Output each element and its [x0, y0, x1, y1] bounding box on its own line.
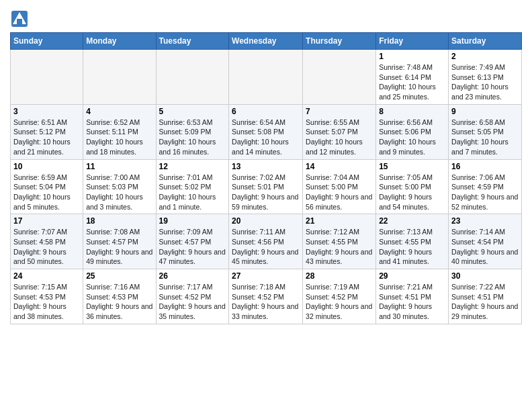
day-number: 16: [451, 162, 519, 171]
calendar-cell: 8Sunrise: 6:56 AM Sunset: 5:06 PM Daylig…: [376, 104, 449, 159]
calendar-cell: 16Sunrise: 7:06 AM Sunset: 4:59 PM Dayli…: [449, 159, 522, 214]
calendar-cell: 13Sunrise: 7:02 AM Sunset: 5:01 PM Dayli…: [229, 159, 303, 214]
calendar-cell: 5Sunrise: 6:53 AM Sunset: 5:09 PM Daylig…: [156, 104, 229, 159]
day-number: 5: [159, 107, 226, 116]
calendar-cell: 25Sunrise: 7:16 AM Sunset: 4:53 PM Dayli…: [83, 269, 156, 324]
calendar-week-row: 1Sunrise: 7:48 AM Sunset: 6:14 PM Daylig…: [11, 50, 522, 105]
day-info: Sunrise: 6:51 AM Sunset: 5:12 PM Dayligh…: [13, 118, 80, 157]
day-number: 9: [451, 107, 519, 116]
calendar-cell: 18Sunrise: 7:08 AM Sunset: 4:57 PM Dayli…: [83, 214, 156, 269]
logo-icon: [10, 9, 29, 28]
day-info: Sunrise: 7:22 AM Sunset: 4:51 PM Dayligh…: [451, 282, 519, 322]
calendar-cell: 21Sunrise: 7:12 AM Sunset: 4:55 PM Dayli…: [303, 214, 376, 269]
day-number: 27: [232, 271, 300, 281]
day-number: 4: [86, 107, 152, 116]
calendar-cell: 11Sunrise: 7:00 AM Sunset: 5:03 PM Dayli…: [83, 159, 156, 214]
calendar-cell: 28Sunrise: 7:19 AM Sunset: 4:52 PM Dayli…: [303, 269, 376, 324]
calendar-week-row: 3Sunrise: 6:51 AM Sunset: 5:12 PM Daylig…: [11, 104, 522, 159]
day-header-saturday: Saturday: [449, 33, 522, 50]
day-number: 2: [451, 52, 519, 61]
calendar-week-row: 24Sunrise: 7:15 AM Sunset: 4:53 PM Dayli…: [11, 269, 522, 324]
calendar-cell: 15Sunrise: 7:05 AM Sunset: 5:00 PM Dayli…: [376, 159, 449, 214]
day-number: 14: [306, 162, 373, 171]
day-number: 10: [13, 162, 80, 171]
calendar-cell: 22Sunrise: 7:13 AM Sunset: 4:55 PM Dayli…: [376, 214, 449, 269]
day-info: Sunrise: 6:54 AM Sunset: 5:08 PM Dayligh…: [232, 118, 300, 157]
calendar-cell: 29Sunrise: 7:21 AM Sunset: 4:51 PM Dayli…: [376, 269, 449, 324]
day-number: 6: [232, 107, 300, 116]
page-header: [10, 7, 522, 28]
day-info: Sunrise: 7:07 AM Sunset: 4:58 PM Dayligh…: [13, 227, 80, 267]
day-number: 11: [86, 162, 152, 171]
logo: [10, 9, 32, 28]
day-number: 8: [379, 107, 445, 116]
day-info: Sunrise: 7:48 AM Sunset: 6:14 PM Dayligh…: [379, 62, 445, 102]
calendar-cell: 20Sunrise: 7:11 AM Sunset: 4:56 PM Dayli…: [229, 214, 303, 269]
day-header-friday: Friday: [376, 33, 449, 50]
calendar-cell: 23Sunrise: 7:14 AM Sunset: 4:54 PM Dayli…: [449, 214, 522, 269]
day-info: Sunrise: 7:05 AM Sunset: 5:00 PM Dayligh…: [379, 173, 445, 212]
calendar-cell: [229, 50, 303, 105]
calendar-cell: 7Sunrise: 6:55 AM Sunset: 5:07 PM Daylig…: [303, 104, 376, 159]
day-number: 29: [379, 271, 445, 281]
calendar-cell: 14Sunrise: 7:04 AM Sunset: 5:00 PM Dayli…: [303, 159, 376, 214]
day-number: 19: [159, 216, 226, 226]
calendar-cell: 9Sunrise: 6:58 AM Sunset: 5:05 PM Daylig…: [449, 104, 522, 159]
day-info: Sunrise: 7:09 AM Sunset: 4:57 PM Dayligh…: [159, 227, 226, 267]
calendar-cell: [303, 50, 376, 105]
day-header-wednesday: Wednesday: [229, 33, 303, 50]
day-info: Sunrise: 6:59 AM Sunset: 5:04 PM Dayligh…: [13, 173, 80, 212]
day-number: 20: [232, 216, 300, 226]
day-number: 23: [451, 216, 519, 226]
day-info: Sunrise: 7:01 AM Sunset: 5:02 PM Dayligh…: [159, 173, 226, 212]
day-number: 26: [159, 271, 226, 281]
day-info: Sunrise: 6:58 AM Sunset: 5:05 PM Dayligh…: [451, 118, 519, 157]
day-info: Sunrise: 7:18 AM Sunset: 4:52 PM Dayligh…: [232, 282, 300, 322]
day-info: Sunrise: 7:12 AM Sunset: 4:55 PM Dayligh…: [306, 227, 373, 267]
day-number: 12: [159, 162, 226, 171]
svg-rect-2: [17, 19, 22, 24]
day-info: Sunrise: 7:13 AM Sunset: 4:55 PM Dayligh…: [379, 227, 445, 267]
day-number: 15: [379, 162, 445, 171]
day-number: 1: [379, 52, 445, 61]
calendar-cell: 26Sunrise: 7:17 AM Sunset: 4:52 PM Dayli…: [156, 269, 229, 324]
day-number: 17: [13, 216, 80, 226]
day-info: Sunrise: 6:56 AM Sunset: 5:06 PM Dayligh…: [379, 118, 445, 157]
calendar-cell: 6Sunrise: 6:54 AM Sunset: 5:08 PM Daylig…: [229, 104, 303, 159]
day-number: 25: [86, 271, 152, 281]
day-number: 18: [86, 216, 152, 226]
day-number: 21: [306, 216, 373, 226]
calendar-cell: [83, 50, 156, 105]
day-info: Sunrise: 6:55 AM Sunset: 5:07 PM Dayligh…: [306, 118, 373, 157]
calendar-cell: 12Sunrise: 7:01 AM Sunset: 5:02 PM Dayli…: [156, 159, 229, 214]
calendar-cell: 24Sunrise: 7:15 AM Sunset: 4:53 PM Dayli…: [11, 269, 83, 324]
day-number: 7: [306, 107, 373, 116]
day-header-thursday: Thursday: [303, 33, 376, 50]
calendar-table: SundayMondayTuesdayWednesdayThursdayFrid…: [10, 32, 522, 324]
day-info: Sunrise: 7:06 AM Sunset: 4:59 PM Dayligh…: [451, 173, 519, 212]
day-info: Sunrise: 6:53 AM Sunset: 5:09 PM Dayligh…: [159, 118, 226, 157]
calendar-cell: 27Sunrise: 7:18 AM Sunset: 4:52 PM Dayli…: [229, 269, 303, 324]
calendar-cell: 30Sunrise: 7:22 AM Sunset: 4:51 PM Dayli…: [449, 269, 522, 324]
day-info: Sunrise: 7:00 AM Sunset: 5:03 PM Dayligh…: [86, 173, 152, 212]
calendar-cell: 4Sunrise: 6:52 AM Sunset: 5:11 PM Daylig…: [83, 104, 156, 159]
calendar-cell: 1Sunrise: 7:48 AM Sunset: 6:14 PM Daylig…: [376, 50, 449, 105]
day-info: Sunrise: 7:02 AM Sunset: 5:01 PM Dayligh…: [232, 173, 300, 212]
day-info: Sunrise: 7:14 AM Sunset: 4:54 PM Dayligh…: [451, 227, 519, 267]
calendar-cell: 19Sunrise: 7:09 AM Sunset: 4:57 PM Dayli…: [156, 214, 229, 269]
day-number: 3: [13, 107, 80, 116]
day-info: Sunrise: 7:49 AM Sunset: 6:13 PM Dayligh…: [451, 62, 519, 102]
calendar-cell: [156, 50, 229, 105]
day-header-tuesday: Tuesday: [156, 33, 229, 50]
day-info: Sunrise: 7:17 AM Sunset: 4:52 PM Dayligh…: [159, 282, 226, 322]
calendar-header-row: SundayMondayTuesdayWednesdayThursdayFrid…: [11, 33, 522, 50]
day-header-monday: Monday: [83, 33, 156, 50]
calendar-cell: 2Sunrise: 7:49 AM Sunset: 6:13 PM Daylig…: [449, 50, 522, 105]
day-info: Sunrise: 7:16 AM Sunset: 4:53 PM Dayligh…: [86, 282, 152, 322]
day-info: Sunrise: 7:11 AM Sunset: 4:56 PM Dayligh…: [232, 227, 300, 267]
day-info: Sunrise: 7:04 AM Sunset: 5:00 PM Dayligh…: [306, 173, 373, 212]
calendar-week-row: 17Sunrise: 7:07 AM Sunset: 4:58 PM Dayli…: [11, 214, 522, 269]
day-info: Sunrise: 6:52 AM Sunset: 5:11 PM Dayligh…: [86, 118, 152, 157]
day-header-sunday: Sunday: [11, 33, 83, 50]
calendar-week-row: 10Sunrise: 6:59 AM Sunset: 5:04 PM Dayli…: [11, 159, 522, 214]
